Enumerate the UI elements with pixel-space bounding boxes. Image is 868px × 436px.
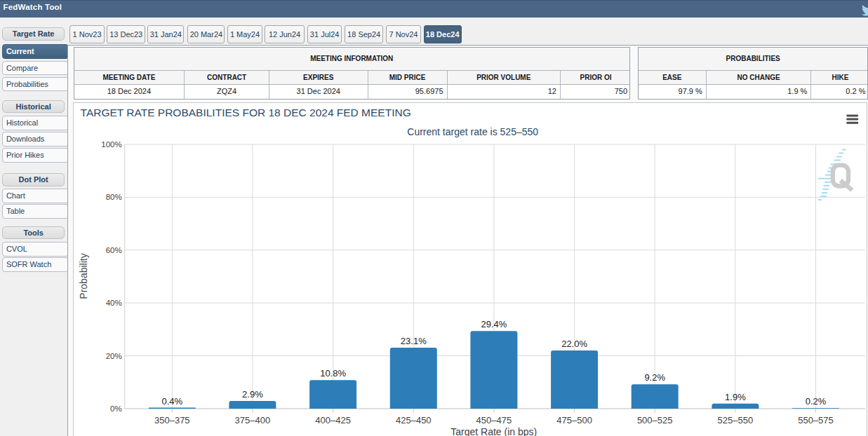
- svg-text:TARGET RATE PROBABILITIES FOR: TARGET RATE PROBABILITIES FOR 18 DEC 202…: [81, 107, 411, 118]
- svg-text:Probability: Probability: [78, 253, 89, 299]
- svg-text:550–575: 550–575: [798, 414, 834, 425]
- svg-text:22.0%: 22.0%: [561, 339, 587, 349]
- svg-text:425–450: 425–450: [396, 414, 432, 425]
- svg-text:40%: 40%: [106, 299, 122, 307]
- svg-text:60%: 60%: [106, 245, 122, 254]
- svg-text:1.9%: 1.9%: [725, 391, 746, 402]
- svg-text:29.4%: 29.4%: [481, 319, 507, 329]
- svg-text:0%: 0%: [110, 404, 122, 413]
- svg-text:525–550: 525–550: [718, 414, 754, 425]
- svg-text:450–475: 450–475: [476, 414, 512, 425]
- svg-text:80%: 80%: [106, 193, 122, 201]
- svg-text:23.1%: 23.1%: [401, 335, 427, 346]
- svg-text:375–400: 375–400: [235, 414, 271, 425]
- svg-text:0.2%: 0.2%: [806, 396, 827, 407]
- svg-text:9.2%: 9.2%: [645, 372, 666, 383]
- svg-text:500–525: 500–525: [637, 414, 673, 425]
- svg-text:10.8%: 10.8%: [320, 368, 346, 379]
- svg-text:100%: 100%: [102, 140, 122, 149]
- svg-text:350–375: 350–375: [154, 414, 190, 425]
- svg-text:Target Rate (in bps): Target Rate (in bps): [451, 426, 538, 436]
- svg-text:Current target rate is 525–550: Current target rate is 525–550: [408, 126, 539, 137]
- svg-text:20%: 20%: [106, 351, 122, 360]
- svg-text:475–500: 475–500: [557, 414, 593, 425]
- svg-text:0.4%: 0.4%: [162, 395, 183, 406]
- svg-text:2.9%: 2.9%: [242, 389, 263, 400]
- svg-text:400–425: 400–425: [316, 414, 352, 425]
